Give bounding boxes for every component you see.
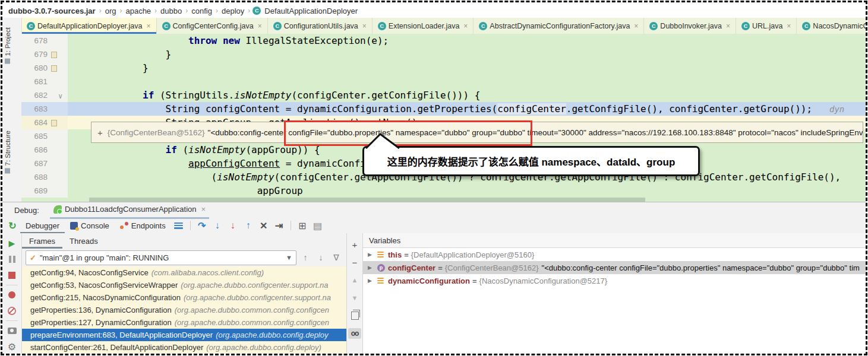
- editor-tab[interactable]: CConfigurationUtils.java×: [268, 18, 373, 34]
- show-watches-icon[interactable]: oo: [348, 328, 361, 339]
- line-number: 688: [21, 170, 50, 184]
- move-watch-up-icon[interactable]: ▲: [349, 275, 360, 285]
- stack-frame-row[interactable]: getConfig:94, NacosConfigService(com.ali…: [22, 266, 346, 279]
- menu-hamburger-icon[interactable]: [171, 219, 187, 232]
- breadcrumb-item[interactable]: apache: [125, 7, 151, 15]
- breadcrumb-item[interactable]: dubbo: [160, 7, 182, 15]
- breadcrumb-item[interactable]: deploy: [222, 7, 244, 15]
- stack-frame-row[interactable]: getConfig:53, NacosConfigServiceWrapper(…: [22, 279, 346, 291]
- editor-tab[interactable]: CConfigCenterConfig.java×: [157, 18, 268, 34]
- frame-package: (org.apache.dubbo.config.deploy): [206, 343, 321, 352]
- breadcrumb-item[interactable]: DefaultApplicationDeployer: [264, 7, 358, 15]
- code-token: if: [166, 144, 177, 155]
- close-icon[interactable]: ×: [201, 205, 206, 214]
- expand-plus-icon[interactable]: +: [97, 128, 103, 138]
- tab-threads[interactable]: Threads: [62, 233, 105, 249]
- tab-close-icon[interactable]: ×: [258, 22, 262, 30]
- filter-funnel-icon[interactable]: ∇: [330, 253, 343, 262]
- gutter: [50, 116, 68, 129]
- breadcrumb-item[interactable]: config: [191, 7, 212, 15]
- gutter: [50, 184, 68, 198]
- tab-frames[interactable]: Frames: [22, 233, 62, 249]
- class-icon: C: [273, 22, 282, 30]
- code-token: if: [143, 90, 154, 101]
- tab-endpoints[interactable]: Endpoints: [115, 218, 171, 233]
- sidebar-item-project[interactable]: 1: Project: [4, 27, 11, 64]
- pause-icon[interactable]: [7, 254, 17, 265]
- stop-icon[interactable]: [7, 270, 17, 281]
- code-line[interactable]: 683String configContent = dynamicConfigu…: [21, 102, 866, 116]
- tab-close-icon[interactable]: ×: [634, 22, 638, 30]
- thread-selector-dropdown[interactable]: ✓ "main"@1 in group "main": RUNNING ▼: [26, 250, 296, 265]
- code-token: isNotEmpty: [188, 144, 245, 155]
- step-into-icon[interactable]: ↓: [210, 219, 225, 232]
- tab-label: AbstractDynamicConfigurationFactory.java: [490, 22, 630, 30]
- tab-close-icon[interactable]: ×: [463, 22, 468, 30]
- drop-frame-icon[interactable]: ✕: [256, 219, 272, 232]
- move-watch-down-icon[interactable]: ▼: [349, 293, 360, 303]
- code-line[interactable]: 681: [21, 75, 866, 88]
- sidebar-item-structure[interactable]: 7: Structure: [4, 131, 11, 173]
- variable-row[interactable]: ▶pconfigCenter={ConfigCenterBean@5162}"<…: [363, 261, 866, 274]
- code-editor[interactable]: 689appGroup688(isNotEmpty(configCenter.g…: [21, 34, 866, 202]
- mute-breakpoints-icon[interactable]: [7, 306, 17, 316]
- stack-frame-row[interactable]: startConfigCenter:261, DefaultApplicatio…: [22, 341, 346, 354]
- editor-tab[interactable]: CDefaultApplicationDeployer.java×: [21, 18, 157, 34]
- copy-icon[interactable]: [349, 310, 360, 321]
- expand-arrow-icon[interactable]: ▶: [368, 265, 377, 271]
- step-over-icon[interactable]: ↷: [194, 219, 210, 232]
- frame-method: getProperties:127, DynamicConfiguration: [30, 318, 172, 327]
- frame-method: getProperties:136, DynamicConfiguration: [30, 306, 172, 314]
- rerun-debug-icon[interactable]: ↻: [5, 219, 20, 232]
- breadcrumb-separator: ›: [119, 7, 122, 15]
- stack-frame-row[interactable]: prepareEnvironment:683, DefaultApplicati…: [22, 329, 346, 341]
- view-breakpoints-icon[interactable]: [7, 290, 17, 300]
- tab-close-icon[interactable]: ×: [726, 22, 730, 30]
- code-line[interactable]: 678throw new IllegalStateException(e);: [21, 34, 866, 47]
- toolbar-tab-label: Debugger: [26, 221, 59, 230]
- force-step-into-icon[interactable]: ↓: [225, 219, 241, 232]
- editor-tab[interactable]: CURL.java×: [736, 18, 797, 34]
- divider: [291, 221, 291, 230]
- stack-frame-row[interactable]: getConfig:215, NacosDynamicConfiguration…: [22, 291, 346, 304]
- debug-settings-gear-icon[interactable]: ⚙: [7, 341, 17, 352]
- breadcrumb-item[interactable]: dubbo-3.0.7-sources.jar: [8, 7, 96, 15]
- frame-up-icon[interactable]: ↑: [299, 253, 312, 262]
- evaluate-expression-icon[interactable]: ⊞: [295, 219, 310, 232]
- thread-dump-camera-icon[interactable]: [7, 325, 17, 336]
- frame-down-icon[interactable]: ↓: [314, 253, 327, 262]
- run-config-tab[interactable]: Dubbo11LoadcfgConsumerApplication ×: [50, 202, 209, 219]
- layout-settings-icon[interactable]: ▤: [310, 219, 326, 232]
- tab-close-icon[interactable]: ×: [147, 22, 151, 30]
- remove-watch-icon[interactable]: −: [349, 257, 360, 268]
- editor-tab[interactable]: CNacosDynamicConfiguration.java×: [797, 18, 866, 34]
- add-watch-icon[interactable]: +: [349, 239, 360, 250]
- code-line[interactable]: 680}: [21, 61, 866, 75]
- editor-tab[interactable]: CAbstractDynamicConfigurationFactory.jav…: [474, 18, 644, 34]
- variable-row[interactable]: ▶dynamicConfiguration={NacosDynamicConfi…: [363, 274, 866, 287]
- stack-frame-row[interactable]: getProperties:136, DynamicConfiguration(…: [22, 304, 346, 316]
- stack-frame-row[interactable]: getProperties:127, DynamicConfiguration(…: [22, 316, 346, 329]
- ide-window: dubbo-3.0.7-sources.jar›org›apache›dubbo…: [0, 0, 868, 356]
- code-line[interactable]: 679}: [21, 47, 866, 61]
- step-out-icon[interactable]: ↑: [241, 219, 256, 232]
- editor-tab[interactable]: CDubboInvoker.java×: [644, 18, 736, 34]
- resume-icon[interactable]: ▶: [7, 238, 17, 249]
- expand-arrow-icon[interactable]: ▶: [368, 278, 377, 284]
- code-line[interactable]: 682∨if (StringUtils.isNotEmpty(configCen…: [21, 88, 866, 102]
- code-token: dyn: [829, 104, 844, 114]
- tab-debugger[interactable]: Debugger: [20, 218, 65, 233]
- breadcrumb-separator: ›: [216, 7, 218, 15]
- fold-arrow-icon[interactable]: ∨: [58, 90, 62, 103]
- code-line[interactable]: 689appGroup: [21, 184, 866, 198]
- run-to-cursor-icon[interactable]: ⇥: [272, 219, 287, 232]
- breadcrumb-item[interactable]: org: [105, 7, 116, 15]
- variable-row[interactable]: ▶this={DefaultApplicationDeployer@5160}: [363, 248, 866, 261]
- tab-console[interactable]: Console: [65, 218, 115, 233]
- tab-close-icon[interactable]: ×: [787, 22, 791, 30]
- gutter: [50, 47, 68, 61]
- editor-tab[interactable]: CExtensionLoader.java×: [373, 18, 474, 34]
- breadcrumb-separator: ›: [185, 7, 188, 15]
- expand-arrow-icon[interactable]: ▶: [368, 252, 377, 258]
- tab-close-icon[interactable]: ×: [362, 22, 367, 30]
